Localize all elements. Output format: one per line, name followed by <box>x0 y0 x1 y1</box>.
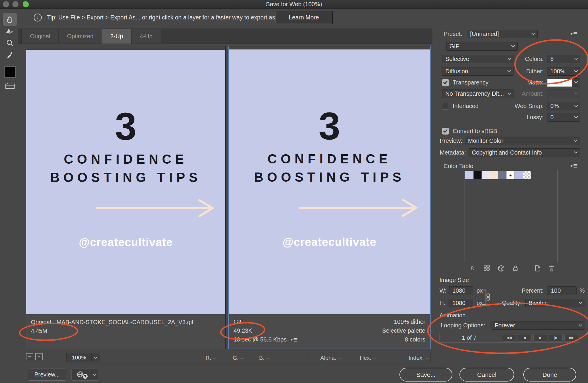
browser-help-badge: ? <box>82 374 88 379</box>
eyedropper-color-swatch[interactable] <box>5 67 15 77</box>
preview-button[interactable]: Preview... <box>28 369 66 381</box>
artwork-arrow-icon <box>299 198 422 219</box>
play-button[interactable]: ▶ <box>533 334 547 341</box>
color-swatch-transparent[interactable] <box>523 171 531 179</box>
transparency-checkbox[interactable] <box>442 79 449 86</box>
lossy-select[interactable]: 0 <box>547 113 580 122</box>
download-rate-menu-icon[interactable]: ▾≡ <box>291 337 298 343</box>
artwork-line2: BOOSTING TIPS <box>50 170 201 185</box>
learn-more-button[interactable]: Learn More <box>275 11 333 24</box>
artwork-line1: CONFIDENCE <box>268 152 392 166</box>
width-label: W: <box>439 287 447 294</box>
metadata-label: Metadata: <box>440 149 466 156</box>
magnifier-icon <box>6 39 14 47</box>
amount-label: Amount: <box>481 90 544 97</box>
color-swatch[interactable] <box>490 171 498 179</box>
matte-color-swatch <box>547 79 572 87</box>
looping-options-label: Looping Options: <box>441 322 485 329</box>
lock-color-button[interactable] <box>512 264 519 273</box>
color-swatch[interactable] <box>465 171 473 179</box>
height-input[interactable]: 1080 <box>449 299 473 307</box>
toggle-slices-visibility-button[interactable] <box>4 82 16 91</box>
artwork-handle: @createcultivate <box>282 236 376 248</box>
preset-label: Preset: <box>444 31 462 37</box>
preset-panel-menu-button[interactable]: ▾≡ <box>571 31 578 37</box>
previous-frame-button[interactable]: ◀| <box>518 334 532 341</box>
web-shift-cube-button[interactable] <box>497 264 505 273</box>
quality-select[interactable]: Bicubic <box>525 299 585 307</box>
dither-label: Dither: <box>481 68 544 75</box>
percent-input[interactable]: 100 <box>547 286 577 295</box>
color-swatch-shifted[interactable]: ◈ <box>507 171 514 179</box>
readout-index: Index: -- <box>409 355 429 361</box>
zoom-in-button[interactable]: + <box>35 353 43 360</box>
lossy-row: Lossy: 0 <box>439 113 583 122</box>
height-row: H: 1080 px Quality: Bicubic <box>439 299 583 307</box>
minimize-window-button[interactable] <box>12 1 19 7</box>
zoom-tool-button[interactable] <box>3 37 17 49</box>
chevron-down-icon <box>511 44 515 47</box>
artwork-number: 3 <box>115 108 136 145</box>
tab-4-up[interactable]: 4-Up <box>131 29 161 44</box>
readout-alpha: Alpha: -- <box>320 355 342 361</box>
optimized-dither: 100% dither <box>382 319 425 325</box>
web-snap-select[interactable]: 0% <box>547 102 580 110</box>
chevron-down-icon <box>574 103 578 107</box>
color-swatch[interactable] <box>498 171 506 179</box>
delete-color-button[interactable] <box>548 264 555 273</box>
optimized-format: GIF <box>234 319 298 325</box>
tab-optimized[interactable]: Optimized <box>59 29 102 44</box>
percent-unit: % <box>579 287 585 294</box>
close-window-button[interactable] <box>3 1 9 7</box>
first-frame-button[interactable]: ◀◀ <box>502 334 516 341</box>
preview-in-browser-button[interactable]: ? <box>71 369 99 381</box>
animation-title: Animation <box>439 312 466 319</box>
looping-options-select[interactable]: Forever <box>492 321 585 330</box>
zoom-window-button[interactable] <box>23 1 29 7</box>
chevron-down-icon <box>579 300 582 304</box>
metadata-select[interactable]: Copyright and Contact Info <box>469 148 580 157</box>
chevron-down-icon <box>574 69 578 72</box>
preview-select[interactable]: Monitor Color <box>465 137 580 145</box>
chevron-down-icon <box>92 372 96 376</box>
readout-r: R: -- <box>206 355 216 361</box>
preset-select[interactable]: [Unnamed] <box>467 30 538 38</box>
tool-palette <box>0 9 21 383</box>
next-frame-button[interactable]: |▶ <box>549 334 563 341</box>
dither-row: Diffusion Dither: 100% <box>439 67 583 76</box>
amount-select <box>547 89 580 98</box>
colors-select[interactable]: 8 <box>547 55 580 63</box>
quality-label: Quality: <box>475 300 522 306</box>
dither-swatch-icon[interactable] <box>484 265 490 271</box>
color-swatch[interactable] <box>515 171 523 179</box>
original-filesize: 4.45M <box>31 328 221 334</box>
last-frame-button[interactable]: ▶▶ <box>564 334 578 341</box>
zoom-out-button[interactable]: − <box>26 353 33 360</box>
optimized-colors: 8 colors <box>382 336 425 343</box>
convert-srgb-checkbox[interactable] <box>442 128 449 135</box>
hand-tool-button[interactable] <box>3 13 17 26</box>
color-swatch[interactable] <box>474 171 482 179</box>
dither-amount-select[interactable]: 100% <box>547 67 580 76</box>
width-input[interactable]: 1080 <box>449 286 473 295</box>
height-label: H: <box>439 300 445 306</box>
interlaced-checkbox[interactable] <box>442 103 449 110</box>
chevron-down-icon <box>574 150 578 154</box>
transparency-row: Transparency Matte: <box>439 78 583 87</box>
artwork-number: 3 <box>319 108 340 145</box>
tab-original[interactable]: Original <box>21 29 59 44</box>
colors-label: Colors: <box>481 56 544 62</box>
readout-b: B: -- <box>259 355 270 361</box>
divider <box>309 354 309 362</box>
color-table-menu-button[interactable]: ▾≡ <box>571 163 578 169</box>
eyedropper-tool-button[interactable] <box>3 49 17 62</box>
optimized-preview-pane[interactable]: 3 CONFIDENCE BOOSTING TIPS @createcultiv… <box>228 46 431 349</box>
original-preview-pane[interactable]: 3 CONFIDENCE BOOSTING TIPS @createcultiv… <box>26 46 226 349</box>
check-icon <box>443 79 447 84</box>
matte-select[interactable] <box>547 78 580 87</box>
transparency-dither-row: No Transparency Dit... Amount: <box>439 89 583 98</box>
new-color-button[interactable] <box>534 264 541 273</box>
tab-2-up[interactable]: 2-Up <box>102 29 131 44</box>
color-swatch[interactable] <box>482 171 490 179</box>
file-format-select[interactable]: GIF <box>446 42 518 51</box>
